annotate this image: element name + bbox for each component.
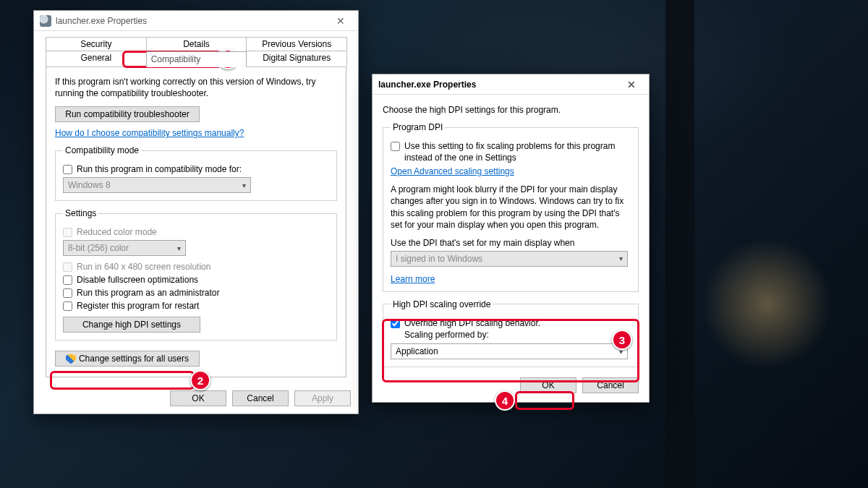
compat-mode-select[interactable]: Windows 8 ▾ xyxy=(63,177,251,193)
learn-more-link[interactable]: Learn more xyxy=(391,274,435,284)
use-dpi-when-select[interactable]: I signed in to Windows ▾ xyxy=(391,251,628,267)
use-setting-checkbox[interactable]: Use this setting to fix scaling problems… xyxy=(391,141,631,163)
compatibility-panel: If this program isn't working correctly … xyxy=(46,67,346,377)
disable-fullscreen-checkbox[interactable]: Disable fullscreen optimizations xyxy=(63,275,329,285)
chevron-down-icon: ▾ xyxy=(177,244,181,252)
compatibility-mode-legend: Compatibility mode xyxy=(63,145,141,155)
dialog-footer: OK Cancel Apply xyxy=(34,383,358,414)
apply-button[interactable]: Apply xyxy=(294,390,351,406)
change-all-users-button[interactable]: Change settings for all users xyxy=(55,351,200,367)
settings-group: Settings Reduced color mode 8-bit (256) … xyxy=(55,208,337,341)
use-dpi-when-label: Use the DPI that's set for my main displ… xyxy=(391,238,631,248)
run-as-admin-checkbox[interactable]: Run this program as an administrator xyxy=(63,288,329,298)
register-restart-checkbox[interactable]: Register this program for restart xyxy=(63,301,329,311)
chevron-down-icon: ▾ xyxy=(619,254,623,262)
compatibility-mode-group: Compatibility mode Run this program in c… xyxy=(55,145,337,201)
program-dpi-group: Program DPI Use this setting to fix scal… xyxy=(383,122,639,292)
advanced-scaling-link[interactable]: Open Advanced scaling settings xyxy=(391,166,514,176)
app-icon xyxy=(40,15,51,27)
compat-mode-checkbox[interactable]: Run this program in compatibility mode f… xyxy=(63,164,329,174)
dialog-footer: OK Cancel xyxy=(373,372,649,402)
high-dpi-dialog: launcher.exe Properties ✕ Choose the hig… xyxy=(372,74,650,403)
chevron-down-icon: ▾ xyxy=(619,348,623,356)
tabs: Security Details Previous Versions Gener… xyxy=(46,37,346,377)
titlebar[interactable]: launcher.exe Properties ✕ xyxy=(34,11,358,31)
run-troubleshooter-button[interactable]: Run compatibility troubleshooter xyxy=(55,106,200,122)
override-group: High DPI scaling override Override high … xyxy=(383,299,639,367)
program-dpi-legend: Program DPI xyxy=(391,122,445,132)
tab-security[interactable]: Security xyxy=(46,37,147,51)
shield-icon xyxy=(66,354,76,364)
tab-general[interactable]: General xyxy=(46,51,147,67)
tab-previous-versions[interactable]: Previous Versions xyxy=(246,37,347,51)
ok-button[interactable]: OK xyxy=(520,377,576,393)
tab-compatibility[interactable]: Compatibility xyxy=(146,51,247,67)
reduced-color-checkbox[interactable]: Reduced color mode xyxy=(63,227,329,237)
compat-note: If this program isn't working correctly … xyxy=(55,76,337,99)
blurry-note: A program might look blurry if the DPI f… xyxy=(391,184,631,231)
window-title: launcher.exe Properties xyxy=(378,80,476,90)
ok-button[interactable]: OK xyxy=(170,390,226,406)
manual-settings-link[interactable]: How do I choose compatibility settings m… xyxy=(55,128,244,138)
close-icon[interactable]: ✕ xyxy=(617,76,646,93)
tab-digital-signatures[interactable]: Digital Signatures xyxy=(246,51,347,67)
intro-text: Choose the high DPI settings for this pr… xyxy=(383,105,639,115)
override-checkbox[interactable]: Override high DPI scaling behavior. Scal… xyxy=(391,318,631,341)
scaling-by-select[interactable]: Application ▾ xyxy=(391,343,628,359)
override-legend: High DPI scaling override xyxy=(391,299,493,309)
cancel-button[interactable]: Cancel xyxy=(582,377,639,393)
close-icon[interactable]: ✕ xyxy=(326,12,355,30)
color-mode-select[interactable]: 8-bit (256) color ▾ xyxy=(63,240,186,256)
run-640x480-checkbox[interactable]: Run in 640 x 480 screen resolution xyxy=(63,262,329,272)
settings-legend: Settings xyxy=(63,208,98,218)
tab-details[interactable]: Details xyxy=(146,37,247,51)
cancel-button[interactable]: Cancel xyxy=(232,390,289,406)
properties-dialog: launcher.exe Properties ✕ Security Detai… xyxy=(33,10,359,414)
titlebar[interactable]: launcher.exe Properties ✕ xyxy=(373,74,649,95)
window-title: launcher.exe Properties xyxy=(56,16,147,26)
chevron-down-icon: ▾ xyxy=(242,181,246,189)
change-high-dpi-button[interactable]: Change high DPI settings xyxy=(63,317,200,333)
